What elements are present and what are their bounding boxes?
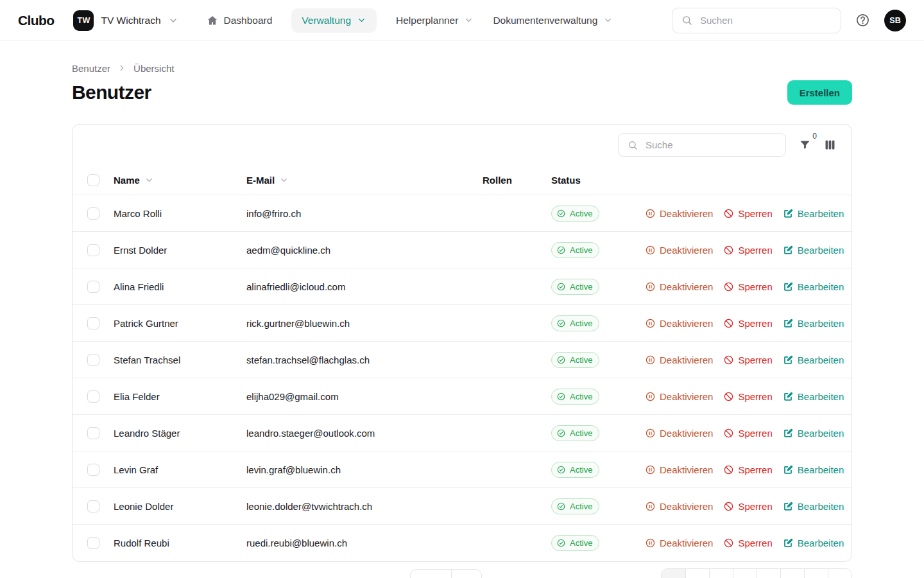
global-search-input[interactable] bbox=[699, 14, 832, 26]
deactivate-button[interactable]: Deaktivieren bbox=[645, 245, 713, 256]
edit-button[interactable]: Bearbeiten bbox=[783, 538, 844, 548]
top-nav: Clubo TW TV Wichtrach Dashboard Verwaltu… bbox=[0, 0, 924, 41]
edit-button[interactable]: Bearbeiten bbox=[783, 464, 844, 475]
lock-button[interactable]: Sperren bbox=[723, 464, 772, 475]
pause-circle-icon bbox=[645, 428, 656, 439]
page-button[interactable]: 4 bbox=[733, 569, 757, 578]
deactivate-button[interactable]: Deaktivieren bbox=[645, 501, 713, 512]
check-circle-icon bbox=[556, 428, 566, 438]
table-row: Elia Felder elijha029@gmail.com Active D… bbox=[73, 378, 851, 415]
edit-button[interactable]: Bearbeiten bbox=[783, 281, 844, 292]
column-header-name[interactable]: Name bbox=[114, 175, 246, 186]
nav-item-label: Helperplanner bbox=[396, 15, 458, 26]
deactivate-button[interactable]: Deaktivieren bbox=[645, 538, 713, 548]
chevron-down-icon bbox=[357, 15, 366, 25]
user-email: levin.graf@bluewin.ch bbox=[246, 464, 483, 475]
org-name: TV Wichtrach bbox=[101, 15, 160, 26]
chevron-down-icon bbox=[464, 15, 474, 25]
page-button[interactable]: … bbox=[757, 569, 780, 578]
row-checkbox[interactable] bbox=[87, 427, 99, 439]
user-name: Stefan Trachsel bbox=[114, 355, 246, 365]
deactivate-button[interactable]: Deaktivieren bbox=[645, 428, 713, 439]
lock-button[interactable]: Sperren bbox=[723, 391, 772, 402]
deactivate-button[interactable]: Deaktivieren bbox=[645, 208, 713, 219]
nav-item-dokumentenverwaltung[interactable]: Dokumentenverwaltung bbox=[493, 15, 613, 26]
page-button[interactable]: 17 bbox=[780, 569, 804, 578]
breadcrumb-item-uebersicht: Übersicht bbox=[133, 63, 174, 74]
check-circle-icon bbox=[556, 245, 566, 255]
chevron-down-icon bbox=[603, 15, 613, 25]
help-button[interactable] bbox=[855, 13, 870, 28]
row-checkbox[interactable] bbox=[87, 244, 99, 256]
breadcrumb-item-benutzer[interactable]: Benutzer bbox=[72, 63, 110, 74]
pause-circle-icon bbox=[645, 464, 656, 475]
edit-button[interactable]: Bearbeiten bbox=[783, 501, 844, 512]
nav-item-label: Dashboard bbox=[224, 15, 273, 26]
sort-chevron-icon bbox=[279, 175, 289, 185]
nav-item-verwaltung[interactable]: Verwaltung bbox=[291, 8, 377, 33]
page-button[interactable]: 18 bbox=[804, 569, 828, 578]
page-button[interactable]: 2 bbox=[685, 569, 709, 578]
lock-button[interactable]: Sperren bbox=[723, 428, 772, 439]
select-all-checkbox[interactable] bbox=[87, 174, 99, 186]
columns-button[interactable] bbox=[824, 139, 836, 151]
row-checkbox[interactable] bbox=[87, 500, 99, 512]
table-search-input[interactable] bbox=[644, 139, 776, 151]
nav-item-helperplanner[interactable]: Helperplanner bbox=[396, 15, 474, 26]
results-summary: Zeige 1 bis 10 von 178 Benutzern bbox=[72, 576, 216, 578]
edit-button[interactable]: Bearbeiten bbox=[783, 391, 844, 402]
lock-button[interactable]: Sperren bbox=[723, 538, 772, 548]
user-avatar[interactable]: SB bbox=[884, 10, 906, 31]
ban-icon bbox=[723, 245, 734, 256]
edit-button[interactable]: Bearbeiten bbox=[783, 355, 844, 365]
status-badge: Active bbox=[551, 279, 599, 295]
user-name: Patrick Gurtner bbox=[114, 318, 246, 329]
app-logo[interactable]: Clubo bbox=[18, 13, 54, 28]
filter-button[interactable]: 0 bbox=[799, 139, 811, 151]
user-name: Marco Rolli bbox=[114, 208, 246, 219]
status-badge: Active bbox=[551, 498, 599, 514]
lock-button[interactable]: Sperren bbox=[723, 501, 772, 512]
edit-button[interactable]: Bearbeiten bbox=[783, 318, 844, 329]
edit-icon bbox=[783, 318, 794, 329]
row-checkbox[interactable] bbox=[87, 317, 99, 329]
lock-button[interactable]: Sperren bbox=[723, 245, 772, 256]
row-checkbox[interactable] bbox=[87, 207, 99, 220]
deactivate-button[interactable]: Deaktivieren bbox=[645, 318, 713, 329]
row-checkbox[interactable] bbox=[87, 390, 99, 403]
edit-icon bbox=[783, 208, 794, 219]
edit-button[interactable]: Bearbeiten bbox=[783, 428, 844, 439]
pause-circle-icon bbox=[645, 355, 656, 365]
create-button[interactable]: Erstellen bbox=[787, 80, 852, 105]
edit-icon bbox=[783, 501, 794, 512]
deactivate-button[interactable]: Deaktivieren bbox=[645, 464, 713, 475]
deactivate-button[interactable]: Deaktivieren bbox=[645, 391, 713, 402]
lock-button[interactable]: Sperren bbox=[723, 281, 772, 292]
edit-button[interactable]: Bearbeiten bbox=[783, 208, 844, 219]
search-icon bbox=[628, 140, 638, 150]
page-button[interactable]: 1 bbox=[662, 569, 685, 578]
status-badge: Active bbox=[551, 389, 599, 405]
row-checkbox[interactable] bbox=[87, 354, 99, 366]
deactivate-button[interactable]: Deaktivieren bbox=[645, 355, 713, 365]
column-header-email[interactable]: E-Mail bbox=[246, 175, 483, 186]
per-page-select[interactable]: 10 bbox=[410, 569, 482, 578]
row-checkbox[interactable] bbox=[87, 464, 99, 476]
lock-button[interactable]: Sperren bbox=[723, 318, 772, 329]
row-checkbox[interactable] bbox=[87, 537, 99, 549]
lock-button[interactable]: Sperren bbox=[723, 208, 772, 219]
ban-icon bbox=[723, 464, 734, 475]
table-row: Levin Graf levin.graf@bluewin.ch Active … bbox=[73, 451, 851, 488]
org-switcher[interactable]: TW TV Wichtrach bbox=[73, 10, 178, 31]
global-search bbox=[672, 8, 841, 33]
next-page-button[interactable] bbox=[828, 569, 851, 578]
ban-icon bbox=[723, 208, 734, 219]
edit-button[interactable]: Bearbeiten bbox=[783, 245, 844, 256]
lock-button[interactable]: Sperren bbox=[723, 355, 772, 365]
nav-item-dashboard[interactable]: Dashboard bbox=[207, 15, 273, 26]
table-footer: Zeige 1 bis 10 von 178 Benutzern 10 1 2 … bbox=[72, 568, 852, 578]
deactivate-button[interactable]: Deaktivieren bbox=[645, 281, 713, 292]
column-header-rollen: Rollen bbox=[483, 175, 551, 186]
page-button[interactable]: 3 bbox=[709, 569, 733, 578]
row-checkbox[interactable] bbox=[87, 281, 99, 293]
